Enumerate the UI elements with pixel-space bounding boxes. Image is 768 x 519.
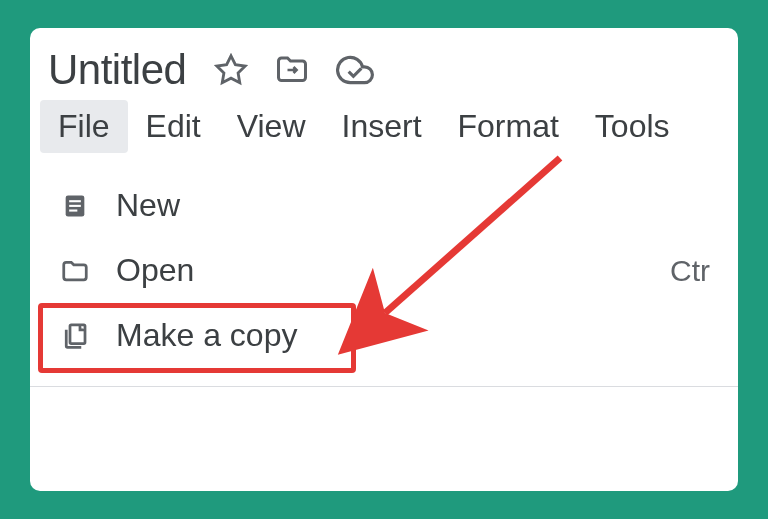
dropdown-item-label: Make a copy xyxy=(116,317,710,354)
document-title[interactable]: Untitled xyxy=(48,46,186,94)
menubar: File Edit View Insert Format Tools xyxy=(30,100,738,153)
file-dropdown: New Open Ctr Make a copy xyxy=(30,153,738,387)
app-window: Untitled File Edit V xyxy=(30,28,738,491)
move-folder-icon[interactable] xyxy=(274,52,310,88)
star-icon[interactable] xyxy=(214,53,248,87)
menu-insert[interactable]: Insert xyxy=(323,100,439,153)
menu-divider xyxy=(30,386,738,387)
doc-icon xyxy=(58,189,92,223)
menu-format[interactable]: Format xyxy=(440,100,577,153)
menu-tools[interactable]: Tools xyxy=(577,100,688,153)
svg-marker-0 xyxy=(217,56,245,83)
folder-icon xyxy=(58,254,92,288)
svg-rect-2 xyxy=(69,200,81,202)
copy-icon xyxy=(58,319,92,353)
cloud-saved-icon[interactable] xyxy=(336,51,374,89)
dropdown-item-make-copy[interactable]: Make a copy xyxy=(30,303,738,368)
title-bar: Untitled xyxy=(30,28,738,100)
dropdown-shortcut: Ctr xyxy=(670,254,710,288)
svg-rect-3 xyxy=(69,204,81,206)
dropdown-item-open[interactable]: Open Ctr xyxy=(30,238,738,303)
svg-rect-4 xyxy=(69,209,77,211)
menu-view[interactable]: View xyxy=(219,100,324,153)
menu-edit[interactable]: Edit xyxy=(128,100,219,153)
title-icons xyxy=(214,51,374,89)
menu-file[interactable]: File xyxy=(40,100,128,153)
dropdown-item-label: New xyxy=(116,187,710,224)
dropdown-item-new[interactable]: New xyxy=(30,173,738,238)
dropdown-item-label: Open xyxy=(116,252,646,289)
